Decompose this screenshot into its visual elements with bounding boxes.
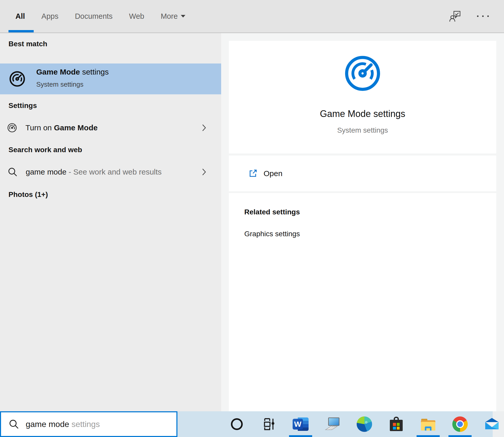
edge-icon xyxy=(357,416,372,432)
taskbar-mail-button[interactable] xyxy=(480,411,504,437)
taskbar-buttons: W xyxy=(224,411,504,437)
feedback-button[interactable] xyxy=(446,0,464,32)
gauge-icon xyxy=(7,123,17,133)
open-action[interactable]: Open xyxy=(229,156,496,191)
taskbar-cortana-button[interactable] xyxy=(224,411,249,437)
word-icon: W xyxy=(293,416,309,432)
task-view-icon xyxy=(261,417,276,431)
taskbar-search-input[interactable]: game mode settings xyxy=(0,411,177,437)
taskbar-task-view-button[interactable] xyxy=(256,411,281,437)
search-icon xyxy=(8,418,20,430)
graphics-settings-link[interactable]: Graphics settings xyxy=(244,230,300,238)
active-tab-indicator xyxy=(8,30,34,32)
best-match-result[interactable]: Game Mode settings System settings xyxy=(0,63,221,94)
best-match-subtitle: System settings xyxy=(36,80,84,88)
best-match-header: Best match xyxy=(8,40,47,48)
cortana-icon xyxy=(231,418,243,430)
open-action-label: Open xyxy=(264,169,282,178)
taskbar: W xyxy=(177,411,504,437)
related-settings-card: Related settings Graphics settings xyxy=(229,193,496,411)
related-settings-header: Related settings xyxy=(244,208,300,216)
preview-title: Game Mode settings xyxy=(229,108,496,120)
taskbar-store-button[interactable] xyxy=(384,411,409,437)
preview-hero-card: Game Mode settings System settings xyxy=(229,41,496,153)
chrome-icon xyxy=(452,416,468,432)
taskbar-edge-button[interactable] xyxy=(352,411,377,437)
results-panel: Best match Game Mode settings System set… xyxy=(0,33,221,411)
computer-icon xyxy=(325,416,340,432)
search-icon xyxy=(7,167,18,177)
chevron-right-icon xyxy=(202,168,206,176)
tab-apps[interactable]: Apps xyxy=(41,12,58,21)
search-input-text: game mode settings xyxy=(26,420,100,429)
result-label: game mode - See work and web results xyxy=(26,168,162,176)
open-external-icon xyxy=(248,169,257,178)
result-label: Turn on Game Mode xyxy=(25,123,98,132)
taskbar-chrome-button[interactable] xyxy=(448,411,472,437)
gauge-icon xyxy=(344,55,381,92)
microsoft-store-icon xyxy=(389,417,404,432)
photos-section-header[interactable]: Photos (1+) xyxy=(8,190,48,199)
best-match-title: Game Mode settings xyxy=(36,68,109,76)
taskbar-word-button[interactable]: W xyxy=(288,411,313,437)
tab-documents[interactable]: Documents xyxy=(75,12,113,21)
result-web-search[interactable]: game mode - See work and web results xyxy=(0,161,221,183)
tab-web[interactable]: Web xyxy=(129,12,144,21)
result-filter-tabs: All Apps Documents Web More xyxy=(15,0,185,32)
result-turn-on-game-mode[interactable]: Turn on Game Mode xyxy=(0,116,221,139)
tab-all[interactable]: All xyxy=(15,12,25,21)
file-explorer-icon xyxy=(420,416,436,432)
taskbar-file-explorer-button[interactable] xyxy=(416,411,440,437)
preview-subtitle: System settings xyxy=(229,126,496,135)
options-button[interactable] xyxy=(474,0,492,32)
tab-more[interactable]: More xyxy=(161,12,185,21)
search-flyout-body: Best match Game Mode settings System set… xyxy=(0,33,504,411)
tab-more-label: More xyxy=(161,12,178,21)
mail-icon xyxy=(484,416,500,432)
chevron-down-icon xyxy=(181,15,185,17)
gauge-icon xyxy=(9,71,25,87)
taskbar-this-pc-button[interactable] xyxy=(320,411,345,437)
preview-pane: Game Mode settings System settings Open … xyxy=(221,33,504,411)
chevron-right-icon xyxy=(202,124,206,132)
search-tab-bar: All Apps Documents Web More xyxy=(0,0,504,32)
web-section-header: Search work and web xyxy=(8,146,82,154)
person-feedback-icon xyxy=(449,10,461,22)
settings-section-header: Settings xyxy=(8,102,37,110)
ellipsis-icon xyxy=(477,15,489,17)
